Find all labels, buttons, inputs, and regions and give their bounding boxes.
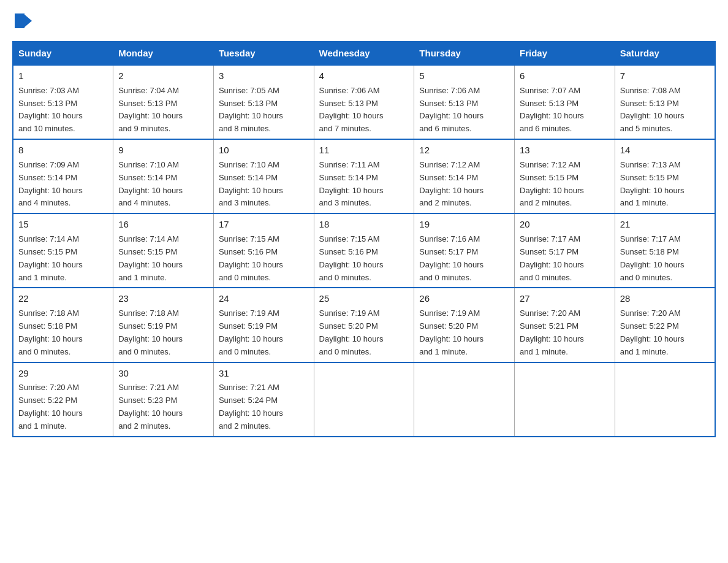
day-info: Sunrise: 7:05 AMSunset: 5:13 PMDaylight:…: [219, 86, 283, 134]
column-header-saturday: Saturday: [615, 42, 715, 66]
day-info: Sunrise: 7:15 AMSunset: 5:16 PMDaylight:…: [319, 234, 384, 282]
day-info: Sunrise: 7:07 AMSunset: 5:13 PMDaylight:…: [520, 86, 584, 134]
column-header-friday: Friday: [515, 42, 615, 66]
calendar-cell: 17Sunrise: 7:15 AMSunset: 5:16 PMDayligh…: [213, 213, 314, 288]
day-info: Sunrise: 7:19 AMSunset: 5:20 PMDaylight:…: [319, 308, 384, 356]
calendar-cell: 5Sunrise: 7:06 AMSunset: 5:13 PMDaylight…: [414, 65, 515, 139]
day-info: Sunrise: 7:12 AMSunset: 5:14 PMDaylight:…: [419, 160, 483, 208]
day-info: Sunrise: 7:08 AMSunset: 5:13 PMDaylight:…: [620, 86, 684, 134]
calendar-cell: 2Sunrise: 7:04 AMSunset: 5:13 PMDaylight…: [113, 65, 214, 139]
day-info: Sunrise: 7:06 AMSunset: 5:13 PMDaylight:…: [419, 86, 483, 134]
day-info: Sunrise: 7:15 AMSunset: 5:16 PMDaylight:…: [219, 234, 283, 282]
calendar-cell: 19Sunrise: 7:16 AMSunset: 5:17 PMDayligh…: [414, 213, 515, 288]
calendar-cell: 16Sunrise: 7:14 AMSunset: 5:15 PMDayligh…: [113, 213, 214, 288]
day-info: Sunrise: 7:13 AMSunset: 5:15 PMDaylight:…: [620, 160, 684, 208]
calendar-cell: 18Sunrise: 7:15 AMSunset: 5:16 PMDayligh…: [314, 213, 414, 288]
day-info: Sunrise: 7:12 AMSunset: 5:15 PMDaylight:…: [520, 160, 584, 208]
logo-flag-icon: [13, 12, 33, 29]
day-number: 16: [118, 218, 208, 231]
calendar-cell: 1Sunrise: 7:03 AMSunset: 5:13 PMDaylight…: [13, 65, 113, 139]
day-info: Sunrise: 7:20 AMSunset: 5:22 PMDaylight:…: [620, 308, 684, 356]
calendar-cell: 11Sunrise: 7:11 AMSunset: 5:14 PMDayligh…: [314, 139, 414, 213]
day-info: Sunrise: 7:14 AMSunset: 5:15 PMDaylight:…: [18, 234, 83, 282]
calendar-cell: 7Sunrise: 7:08 AMSunset: 5:13 PMDaylight…: [615, 65, 715, 139]
day-number: 2: [118, 69, 208, 83]
day-number: 22: [18, 292, 108, 305]
calendar-cell: 28Sunrise: 7:20 AMSunset: 5:22 PMDayligh…: [615, 288, 715, 362]
calendar-cell: 20Sunrise: 7:17 AMSunset: 5:17 PMDayligh…: [515, 213, 615, 288]
day-number: 28: [620, 292, 710, 305]
day-info: Sunrise: 7:11 AMSunset: 5:14 PMDaylight:…: [319, 160, 384, 208]
calendar-cell: [515, 362, 615, 437]
calendar-week-row: 22Sunrise: 7:18 AMSunset: 5:18 PMDayligh…: [13, 288, 715, 362]
day-number: 23: [118, 292, 208, 305]
day-number: 3: [219, 69, 309, 83]
svg-rect-1: [15, 13, 25, 28]
calendar-cell: 29Sunrise: 7:20 AMSunset: 5:22 PMDayligh…: [13, 362, 113, 437]
day-number: 29: [18, 367, 108, 380]
calendar-week-row: 8Sunrise: 7:09 AMSunset: 5:14 PMDaylight…: [13, 139, 715, 213]
day-number: 12: [419, 144, 509, 157]
logo: [12, 12, 33, 31]
day-number: 8: [18, 144, 108, 157]
calendar-week-row: 15Sunrise: 7:14 AMSunset: 5:15 PMDayligh…: [13, 213, 715, 288]
calendar-cell: 24Sunrise: 7:19 AMSunset: 5:19 PMDayligh…: [213, 288, 314, 362]
day-number: 31: [219, 367, 309, 380]
calendar-header-row: SundayMondayTuesdayWednesdayThursdayFrid…: [13, 42, 715, 66]
calendar-cell: 27Sunrise: 7:20 AMSunset: 5:21 PMDayligh…: [515, 288, 615, 362]
calendar-cell: 6Sunrise: 7:07 AMSunset: 5:13 PMDaylight…: [515, 65, 615, 139]
calendar-cell: 8Sunrise: 7:09 AMSunset: 5:14 PMDaylight…: [13, 139, 113, 213]
day-number: 19: [419, 218, 509, 231]
page-header: [12, 12, 716, 31]
calendar-cell: [615, 362, 715, 437]
day-number: 26: [419, 292, 509, 305]
calendar-cell: 10Sunrise: 7:10 AMSunset: 5:14 PMDayligh…: [213, 139, 314, 213]
day-info: Sunrise: 7:06 AMSunset: 5:13 PMDaylight:…: [319, 86, 384, 134]
day-number: 20: [520, 218, 610, 231]
day-info: Sunrise: 7:20 AMSunset: 5:21 PMDaylight:…: [520, 308, 584, 356]
column-header-wednesday: Wednesday: [314, 42, 414, 66]
day-info: Sunrise: 7:17 AMSunset: 5:17 PMDaylight:…: [520, 234, 584, 282]
day-info: Sunrise: 7:09 AMSunset: 5:14 PMDaylight:…: [18, 160, 83, 208]
day-info: Sunrise: 7:03 AMSunset: 5:13 PMDaylight:…: [18, 86, 83, 134]
day-number: 9: [118, 144, 208, 157]
day-number: 7: [620, 69, 710, 83]
day-number: 1: [18, 69, 108, 83]
day-info: Sunrise: 7:10 AMSunset: 5:14 PMDaylight:…: [219, 160, 283, 208]
day-number: 25: [319, 292, 409, 305]
calendar-cell: 26Sunrise: 7:19 AMSunset: 5:20 PMDayligh…: [414, 288, 515, 362]
calendar-cell: 4Sunrise: 7:06 AMSunset: 5:13 PMDaylight…: [314, 65, 414, 139]
calendar-cell: 21Sunrise: 7:17 AMSunset: 5:18 PMDayligh…: [615, 213, 715, 288]
column-header-monday: Monday: [113, 42, 214, 66]
calendar-cell: 15Sunrise: 7:14 AMSunset: 5:15 PMDayligh…: [13, 213, 113, 288]
day-number: 18: [319, 218, 409, 231]
day-number: 5: [419, 69, 509, 83]
calendar-cell: 30Sunrise: 7:21 AMSunset: 5:23 PMDayligh…: [113, 362, 214, 437]
calendar-cell: 23Sunrise: 7:18 AMSunset: 5:19 PMDayligh…: [113, 288, 214, 362]
day-info: Sunrise: 7:18 AMSunset: 5:18 PMDaylight:…: [18, 308, 83, 356]
day-number: 13: [520, 144, 610, 157]
column-header-thursday: Thursday: [414, 42, 515, 66]
calendar-week-row: 29Sunrise: 7:20 AMSunset: 5:22 PMDayligh…: [13, 362, 715, 437]
day-info: Sunrise: 7:20 AMSunset: 5:22 PMDaylight:…: [18, 383, 83, 431]
calendar-cell: 9Sunrise: 7:10 AMSunset: 5:14 PMDaylight…: [113, 139, 214, 213]
calendar-cell: 14Sunrise: 7:13 AMSunset: 5:15 PMDayligh…: [615, 139, 715, 213]
calendar-week-row: 1Sunrise: 7:03 AMSunset: 5:13 PMDaylight…: [13, 65, 715, 139]
day-number: 30: [118, 367, 208, 380]
calendar-cell: 13Sunrise: 7:12 AMSunset: 5:15 PMDayligh…: [515, 139, 615, 213]
day-info: Sunrise: 7:21 AMSunset: 5:24 PMDaylight:…: [219, 383, 283, 431]
day-info: Sunrise: 7:14 AMSunset: 5:15 PMDaylight:…: [118, 234, 183, 282]
day-number: 17: [219, 218, 309, 231]
day-info: Sunrise: 7:17 AMSunset: 5:18 PMDaylight:…: [620, 234, 684, 282]
day-info: Sunrise: 7:19 AMSunset: 5:20 PMDaylight:…: [419, 308, 483, 356]
day-info: Sunrise: 7:19 AMSunset: 5:19 PMDaylight:…: [219, 308, 283, 356]
calendar-cell: 22Sunrise: 7:18 AMSunset: 5:18 PMDayligh…: [13, 288, 113, 362]
calendar-cell: [414, 362, 515, 437]
day-info: Sunrise: 7:10 AMSunset: 5:14 PMDaylight:…: [118, 160, 183, 208]
day-number: 6: [520, 69, 610, 83]
svg-marker-0: [23, 13, 32, 28]
day-number: 21: [620, 218, 710, 231]
day-info: Sunrise: 7:21 AMSunset: 5:23 PMDaylight:…: [118, 383, 183, 431]
calendar-cell: [314, 362, 414, 437]
day-info: Sunrise: 7:18 AMSunset: 5:19 PMDaylight:…: [118, 308, 183, 356]
